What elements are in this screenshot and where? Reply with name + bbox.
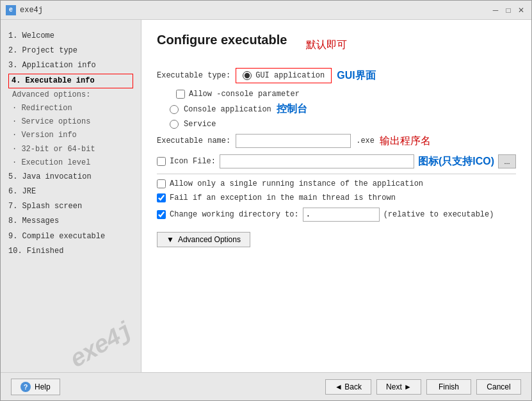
exec-type-label: Executable type:	[157, 71, 230, 80]
exe-extension: .exe	[356, 136, 375, 145]
exec-type-box: GUI application	[236, 68, 332, 83]
sidebar-item-execution-level[interactable]: · Execution level	[12, 156, 133, 170]
relative-label: (relative to executable)	[383, 210, 494, 219]
annotation-default: 默认即可	[306, 38, 347, 52]
next-button[interactable]: Next ►	[376, 379, 421, 395]
app-icon: e	[6, 5, 16, 15]
dropdown-icon: ▼	[166, 235, 174, 244]
advanced-options-label: Advanced options:	[12, 88, 133, 102]
working-dir-input[interactable]	[303, 208, 380, 222]
annotation-gui: GUI界面	[337, 69, 375, 83]
fail-exception-row: Fail if an exception in the main thread …	[157, 193, 516, 202]
sidebar-item-finished[interactable]: 10. Finished	[8, 244, 133, 259]
advanced-options-label: Advanced Options	[178, 235, 241, 244]
sidebar-item-redirection[interactable]: · Redirection	[12, 102, 133, 115]
single-instance-label: Allow only a single running instance of …	[170, 179, 423, 188]
sidebar-item-application-info[interactable]: 3. Application info	[8, 58, 133, 73]
annotation-icon: 图标(只支持ICO)	[418, 155, 494, 168]
annotation-output: 输出程序名	[380, 135, 431, 148]
main-window: e exe4j ─ □ ✕ 1. Welcome 2. Project type…	[0, 0, 532, 401]
main-panel: Configure executable 默认即可 Executable typ…	[141, 20, 531, 372]
allow-console-label: Allow -console parameter	[189, 90, 300, 99]
exec-type-row: Executable type: GUI application GUI界面	[157, 68, 516, 83]
advanced-options-button[interactable]: ▼ Advanced Options	[157, 232, 250, 247]
exec-name-row: Executable name: .exe 输出程序名	[157, 134, 516, 148]
footer-left: ? Help	[11, 379, 60, 395]
sidebar-item-executable-info[interactable]: 4. Executable info	[8, 74, 133, 88]
maximize-button[interactable]: □	[503, 5, 513, 15]
sidebar-item-32-64-bit[interactable]: · 32-bit or 64-bit	[12, 143, 133, 156]
separator-1	[157, 174, 516, 174]
sidebar-item-welcome[interactable]: 1. Welcome	[8, 29, 133, 44]
back-button[interactable]: ◄ Back	[325, 379, 371, 395]
icon-file-row: Icon File: 图标(只支持ICO) ...	[157, 154, 516, 168]
icon-browse-button[interactable]: ...	[498, 154, 516, 168]
exec-name-input[interactable]	[236, 134, 351, 148]
sidebar-item-service-options[interactable]: · Service options	[12, 115, 133, 129]
footer: ? Help ◄ Back Next ► Finish Cancel	[1, 372, 531, 400]
working-dir-checkbox[interactable]	[157, 210, 166, 219]
sidebar: 1. Welcome 2. Project type 3. Applicatio…	[1, 20, 141, 372]
title-row: Configure executable 默认即可	[157, 33, 516, 58]
help-label: Help	[35, 382, 51, 391]
working-dir-label: Change working directory to:	[170, 210, 299, 219]
service-radio[interactable]	[170, 120, 179, 129]
console-app-row: Console application 控制台	[157, 102, 516, 116]
single-instance-checkbox[interactable]	[157, 179, 166, 188]
annotation-console: 控制台	[277, 102, 307, 116]
content-area: 1. Welcome 2. Project type 3. Applicatio…	[1, 20, 531, 372]
window-title: exe4j	[20, 6, 490, 15]
working-dir-row: Change working directory to: (relative t…	[157, 208, 516, 222]
close-button[interactable]: ✕	[516, 5, 526, 15]
advanced-options-section: Advanced options: · Redirection · Servic…	[8, 88, 133, 170]
page-title: Configure executable	[157, 33, 287, 47]
service-label: Service	[184, 120, 216, 129]
allow-console-row: Allow -console parameter	[157, 90, 516, 99]
console-app-label: Console application	[184, 105, 271, 114]
window-controls: ─ □ ✕	[490, 5, 526, 15]
sidebar-item-version-info[interactable]: · Version info	[12, 129, 133, 142]
single-instance-row: Allow only a single running instance of …	[157, 179, 516, 188]
sidebar-item-project-type[interactable]: 2. Project type	[8, 44, 133, 58]
footer-right: ◄ Back Next ► Finish Cancel	[325, 379, 521, 395]
sidebar-nav: 1. Welcome 2. Project type 3. Applicatio…	[8, 29, 133, 363]
help-button[interactable]: ? Help	[11, 379, 60, 395]
cancel-button[interactable]: Cancel	[476, 379, 521, 395]
sidebar-item-splash-screen[interactable]: 7. Splash screen	[8, 199, 133, 214]
icon-file-checkbox[interactable]	[157, 157, 166, 166]
finish-button[interactable]: Finish	[426, 379, 471, 395]
exec-name-label: Executable name:	[157, 136, 230, 145]
sidebar-item-java-invocation[interactable]: 5. Java invocation	[8, 170, 133, 184]
allow-console-checkbox[interactable]	[176, 90, 185, 99]
gui-app-radio[interactable]	[243, 71, 252, 80]
sidebar-item-messages[interactable]: 8. Messages	[8, 214, 133, 229]
fail-exception-label: Fail if an exception in the main thread …	[170, 193, 396, 202]
icon-file-label: Icon File:	[170, 157, 216, 166]
help-icon: ?	[20, 382, 31, 392]
minimize-button[interactable]: ─	[490, 5, 501, 15]
title-bar: e exe4j ─ □ ✕	[1, 1, 531, 20]
sidebar-item-jre[interactable]: 6. JRE	[8, 184, 133, 199]
gui-app-label: GUI application	[255, 71, 325, 80]
sidebar-item-compile-executable[interactable]: 9. Compile executable	[8, 229, 133, 244]
service-row: Service	[157, 120, 516, 129]
icon-file-input[interactable]	[220, 154, 414, 168]
console-app-radio[interactable]	[170, 105, 179, 114]
fail-exception-checkbox[interactable]	[157, 193, 166, 202]
